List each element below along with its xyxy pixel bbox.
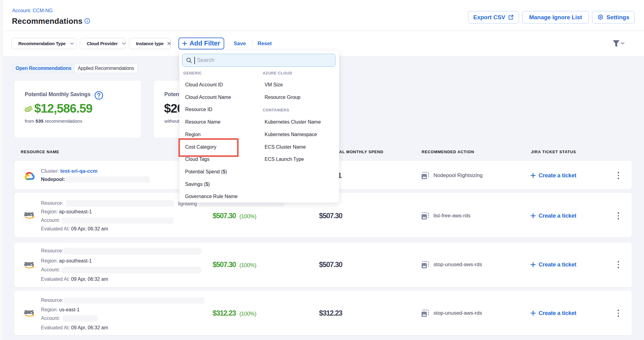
dropdown-item-resource-name[interactable]: Resource Name (185, 119, 221, 125)
manage-ignore-list-label: Manage Ignore List (529, 14, 582, 21)
dropdown-item-kubernetes-namespace[interactable]: Kubernetes Namespace (265, 132, 317, 137)
dropdown-item-ecs-launch-type[interactable]: ECS Launch Type (265, 157, 304, 162)
row-menu-button[interactable] (617, 261, 620, 268)
dropdown-item-governance-rule-name[interactable]: Governance Rule Name (185, 194, 238, 199)
monthly-savings-value: $507.30(100%) (213, 212, 256, 220)
resource-label: Resource: (41, 201, 63, 206)
create-ticket-label: Create a ticket (539, 310, 576, 316)
dropdown-item-region[interactable]: Region (185, 132, 201, 137)
savings-percent: (100%) (240, 311, 256, 317)
kebab-dot (618, 267, 619, 268)
recommendation-count: 535 (35, 118, 43, 124)
cluster-label: Cluster: (41, 168, 59, 174)
settings-button[interactable]: Settings (592, 11, 635, 24)
filter-chip-label: Recommendation Type (18, 41, 66, 46)
dropdown-item-resource-group[interactable]: Resource Group (265, 95, 300, 100)
breadcrumb[interactable]: Account: CCM-NG (12, 8, 53, 13)
savings-percent: (100%) (240, 262, 256, 269)
reset-filter-link[interactable]: Reset (258, 41, 272, 47)
save-filter-link[interactable]: Save (234, 41, 246, 47)
column-header-resource-name[interactable]: RESOURCE NAME (21, 150, 59, 154)
cluster-link[interactable]: test-sri-qa-ccm (60, 168, 97, 174)
redacted-text (66, 176, 150, 183)
recommendation-row[interactable]: Resource: Region: ap-southeast-1 Account… (14, 243, 632, 287)
rightsizing-icon (422, 309, 429, 317)
plus-icon (530, 173, 536, 178)
export-csv-label: Export CSV (473, 14, 505, 21)
savings-subtext: from 535 recommendations (25, 118, 82, 124)
savings-amount: $12,586.59 (34, 102, 92, 115)
dropdown-item-resource-id[interactable]: Resource ID (185, 107, 212, 112)
column-header-recommended-action[interactable]: RECOMMENDED ACTION (422, 150, 474, 154)
recommendations-tabs: Open Recommendations Applied Recommendat… (12, 64, 137, 73)
monthly-spend-value: $507.30 (319, 212, 342, 220)
tab-applied-recommendations[interactable]: Applied Recommendations (74, 64, 137, 73)
recommended-action: list-free-aws-rds (422, 212, 470, 219)
tab-open-recommendations[interactable]: Open Recommendations (13, 64, 74, 73)
dropdown-item-ecs-cluster-name[interactable]: ECS Cluster Name (265, 144, 306, 150)
row-menu-button[interactable] (617, 309, 620, 317)
region-label: Region: (41, 258, 58, 263)
recommended-action-label: stop-unused-aws-rds (434, 310, 482, 316)
column-header-jira-ticket-status[interactable]: JIRA TICKET STATUS (531, 150, 576, 154)
create-ticket-label: Create a ticket (539, 261, 576, 268)
kebab-dot (618, 212, 619, 214)
region-value: us-east-1 (59, 307, 80, 312)
resource-detail-line: Resource: (41, 248, 63, 254)
recommended-action-label: list-free-aws-rds (434, 213, 470, 219)
dropdown-item-vm-size[interactable]: VM Size (265, 82, 283, 88)
cost-category-highlight-annotation (178, 138, 239, 157)
gear-icon (597, 14, 604, 20)
add-filter-button[interactable]: Add Filter (178, 38, 224, 49)
dropdown-item-cloud-account-id[interactable]: Cloud Account ID (185, 82, 223, 88)
monthly-spend-value: $507.30 (319, 261, 342, 269)
dropdown-item-savings[interactable]: Savings ($) (185, 182, 210, 187)
filter-chip-label: Cloud Provider (87, 41, 118, 46)
dropdown-item-cloud-tags[interactable]: Cloud Tags (185, 157, 210, 162)
evaluated-at-value: 09 Apr, 06:32 am (71, 226, 108, 231)
create-ticket-button[interactable]: Create a ticket (530, 212, 576, 219)
recommendation-row[interactable]: Resource: Region: us-east-1 Account: Eva… (14, 291, 632, 335)
help-icon (94, 91, 103, 100)
recommended-action: stop-unused-aws-rds (422, 261, 482, 268)
savings-percent: (100%) (240, 213, 256, 220)
info-circle-icon (84, 18, 90, 24)
create-ticket-button[interactable]: Create a ticket (530, 310, 576, 316)
redacted-text (62, 217, 174, 224)
filter-chip-recommendation-type[interactable]: Recommendation Type (11, 38, 76, 49)
dropdown-search-field[interactable]: Search (182, 54, 335, 67)
funnel-icon (613, 40, 620, 47)
create-ticket-button[interactable]: Create a ticket (530, 172, 576, 179)
row-menu-button[interactable] (617, 172, 620, 179)
evaluated-at-label: Evaluated At: (41, 325, 70, 330)
aws-logo (24, 261, 34, 269)
money-icon (24, 105, 32, 112)
chevron-down-icon (621, 42, 624, 45)
kebab-dot (618, 313, 619, 314)
dropdown-section-label: GENERIC (183, 71, 202, 75)
create-ticket-button[interactable]: Create a ticket (530, 261, 576, 268)
plus-icon (530, 262, 536, 267)
plus-icon (530, 310, 536, 316)
info-icon[interactable] (84, 18, 90, 24)
kebab-dot (618, 178, 619, 179)
dropdown-item-potential-spend[interactable]: Potential Spend ($) (185, 169, 227, 175)
row-menu-button[interactable] (617, 212, 620, 219)
gcp-logo (24, 172, 35, 180)
resource-label: Resource: (41, 248, 63, 253)
export-csv-button[interactable]: Export CSV (468, 11, 519, 24)
page-title: Recommendations (12, 17, 82, 26)
savings-value: $12,586.59 (24, 102, 92, 115)
dropdown-item-kubernetes-cluster-name[interactable]: Kubernetes Cluster Name (265, 119, 321, 125)
filter-panel-toggle[interactable] (613, 39, 629, 48)
divider (252, 40, 252, 47)
resource-detail-line: Nodepool: (41, 177, 65, 182)
filter-chip-cloud-provider[interactable]: Cloud Provider (80, 38, 126, 49)
filter-chip-instance-type[interactable]: Instance type (129, 38, 170, 49)
search-icon (186, 57, 192, 63)
savings-amount: $312.23 (213, 309, 236, 317)
dropdown-item-cloud-account-name[interactable]: Cloud Account Name (185, 95, 231, 100)
spend-subtext: without (164, 118, 179, 124)
kebab-dot (618, 309, 619, 311)
manage-ignore-list-button[interactable]: Manage Ignore List (522, 11, 589, 24)
